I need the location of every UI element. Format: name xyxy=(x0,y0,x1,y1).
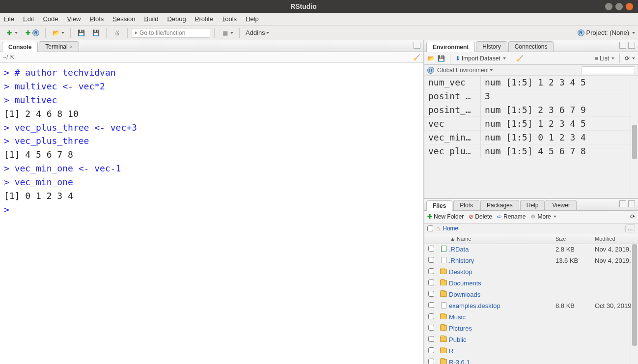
environment-scope[interactable]: Global Environment xyxy=(437,67,489,74)
select-all-checkbox[interactable] xyxy=(427,225,433,231)
file-checkbox[interactable] xyxy=(428,257,434,263)
files-tab-packages[interactable]: Packages xyxy=(480,200,519,210)
file-name[interactable]: Pictures xyxy=(449,325,555,332)
file-row[interactable]: Documents xyxy=(424,278,638,289)
file-name[interactable]: Public xyxy=(449,336,555,343)
file-name[interactable]: examples.desktop xyxy=(449,302,555,309)
window-close-button[interactable] xyxy=(626,3,633,10)
save-button[interactable]: 💾 xyxy=(75,28,87,38)
path-more-button[interactable]: … xyxy=(625,224,635,232)
console-tab-console[interactable]: Console xyxy=(2,42,38,52)
window-minimize-button[interactable] xyxy=(605,3,612,10)
window-maximize-button[interactable] xyxy=(615,3,623,10)
pane-minimize-button[interactable] xyxy=(414,42,420,49)
import-dataset-button[interactable]: ⬇ Import Dataset xyxy=(455,55,506,62)
menu-debug[interactable]: Debug xyxy=(167,15,186,23)
console-popout-icon[interactable]: ⇱ xyxy=(10,54,15,61)
new-folder-button[interactable]: ✚ New Folder xyxy=(427,213,464,220)
file-row[interactable]: Downloads xyxy=(424,289,638,301)
env-tab-environment[interactable]: Environment xyxy=(426,42,475,52)
files-tab-files[interactable]: Files xyxy=(426,200,452,211)
menu-edit[interactable]: Edit xyxy=(23,15,34,23)
env-row[interactable]: vecnum [1:5] 1 2 3 4 5 xyxy=(424,117,638,131)
menu-session[interactable]: Session xyxy=(112,15,135,23)
header-size[interactable]: Size xyxy=(555,236,595,242)
environment-search-input[interactable] xyxy=(581,66,635,74)
env-row[interactable]: posint_…3 xyxy=(424,89,638,103)
file-row[interactable]: R-3.6.1 xyxy=(424,357,638,364)
home-icon[interactable]: ⌂ xyxy=(436,225,440,232)
environment-scrollbar[interactable] xyxy=(631,76,638,198)
env-tab-connections[interactable]: Connections xyxy=(508,41,554,52)
breadcrumb-home[interactable]: Home xyxy=(443,225,458,232)
file-checkbox[interactable] xyxy=(428,336,434,342)
file-row[interactable]: R xyxy=(424,346,638,357)
env-row[interactable]: vec_plu…num [1:5] 4 5 6 7 8 xyxy=(424,144,638,158)
file-checkbox[interactable] xyxy=(428,291,434,297)
refresh-environment-button[interactable]: ⟳ xyxy=(625,55,635,62)
file-name[interactable]: Downloads xyxy=(449,291,555,298)
delete-button[interactable]: ⊘ Delete xyxy=(469,213,492,220)
file-checkbox[interactable] xyxy=(428,359,434,364)
files-tab-help[interactable]: Help xyxy=(520,200,545,210)
menu-file[interactable]: File xyxy=(4,15,14,23)
header-modified[interactable]: Modified xyxy=(595,236,638,242)
console-prompt[interactable]: > xyxy=(4,203,419,217)
file-row[interactable]: Public xyxy=(424,335,638,346)
env-row[interactable]: posint_…num [1:5] 2 3 6 7 9 xyxy=(424,103,638,117)
pane-maximize-button[interactable] xyxy=(628,42,635,49)
files-tab-viewer[interactable]: Viewer xyxy=(546,200,576,210)
file-row[interactable]: Pictures xyxy=(424,323,638,335)
refresh-files-button[interactable]: ⟳ xyxy=(630,213,635,220)
file-checkbox[interactable] xyxy=(428,280,434,285)
more-button[interactable]: ⚙ More xyxy=(530,213,556,220)
new-project-button[interactable]: ✚R xyxy=(22,28,41,38)
file-row[interactable]: .Rhistory13.6 KBNov 4, 2019, xyxy=(424,255,638,267)
file-name[interactable]: Music xyxy=(449,313,555,321)
save-all-button[interactable]: 💾 xyxy=(89,28,102,38)
new-file-button[interactable]: ✚ xyxy=(3,28,20,38)
addins-button[interactable]: Addins xyxy=(244,28,271,37)
view-mode-button[interactable]: ≡ List xyxy=(595,55,614,62)
env-row[interactable]: vec_min…num [1:5] 0 1 2 3 4 xyxy=(424,131,638,144)
file-name[interactable]: Desktop xyxy=(449,268,555,276)
pane-minimize-button[interactable] xyxy=(619,200,626,207)
file-row[interactable]: Desktop xyxy=(424,267,638,278)
menu-build[interactable]: Build xyxy=(144,15,159,23)
goto-file-input[interactable]: Go to file/function xyxy=(132,28,210,38)
menu-code[interactable]: Code xyxy=(43,15,58,23)
file-checkbox[interactable] xyxy=(428,268,434,274)
file-name[interactable]: R-3.6.1 xyxy=(449,359,555,364)
file-checkbox[interactable] xyxy=(428,246,434,252)
menu-help[interactable]: Help xyxy=(246,15,259,23)
print-button[interactable]: 🖨 xyxy=(111,28,123,38)
file-row[interactable]: examples.desktop8.8 KBOct 30, 2019, xyxy=(424,301,638,312)
grid-view-button[interactable]: ▦ xyxy=(219,28,235,38)
file-name[interactable]: Documents xyxy=(449,280,555,287)
env-row[interactable]: num_vecnum [1:5] 1 2 3 4 5 xyxy=(424,76,638,89)
load-workspace-button[interactable]: 📂 xyxy=(427,55,435,62)
file-row[interactable]: Music xyxy=(424,312,638,323)
header-name[interactable]: ▲ Name xyxy=(449,236,555,242)
file-checkbox[interactable] xyxy=(428,325,434,331)
file-name[interactable]: .Rhistory xyxy=(449,257,555,264)
file-checkbox[interactable] xyxy=(428,313,434,319)
rename-button[interactable]: ➪ Rename xyxy=(497,213,526,220)
pane-maximize-button[interactable] xyxy=(628,200,635,207)
pane-minimize-button[interactable] xyxy=(619,42,626,49)
files-scrollbar[interactable] xyxy=(631,244,638,364)
file-checkbox[interactable] xyxy=(428,347,434,353)
console[interactable]: > # author techvidvan> multivec <- vec*2… xyxy=(0,63,423,364)
menu-tools[interactable]: Tools xyxy=(222,15,237,23)
save-workspace-button[interactable]: 💾 xyxy=(438,55,445,62)
menu-plots[interactable]: Plots xyxy=(89,15,104,23)
file-row[interactable]: .RData2.8 KBNov 4, 2019, xyxy=(424,244,638,255)
console-tab-terminal[interactable]: Terminal× xyxy=(39,41,79,52)
clear-console-button[interactable]: 🧹 xyxy=(413,54,420,61)
menu-view[interactable]: View xyxy=(67,15,81,23)
file-name[interactable]: R xyxy=(449,347,555,355)
files-tab-plots[interactable]: Plots xyxy=(453,200,479,210)
open-file-button[interactable]: 📂 xyxy=(50,28,66,38)
file-name[interactable]: .RData xyxy=(449,246,555,253)
env-tab-history[interactable]: History xyxy=(476,41,507,52)
